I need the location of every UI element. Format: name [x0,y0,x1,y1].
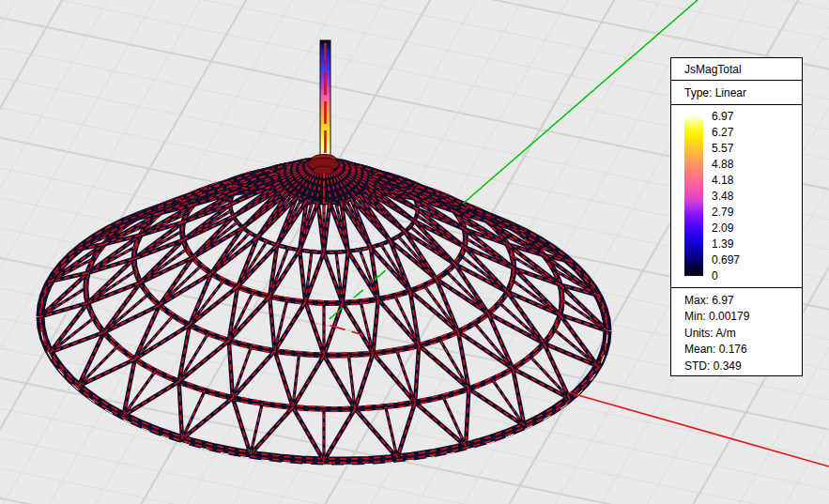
colorbar-tick: 4.18 [712,173,733,188]
colorbar-tick: 0 [712,268,718,283]
colorbar-tick: 1.39 [712,237,733,252]
legend-stat: STD: 0.349 [684,359,802,374]
legend-stats: Max: 6.97Min: 0.00179Units: A/mMean: 0.1… [671,288,802,374]
colorbar-tick: 4.88 [712,157,733,172]
colorbar-tick: 2.09 [712,221,733,236]
colorbar-tick: 2.79 [712,205,733,220]
3d-viewport[interactable]: JsMagTotal Type: Linear 6.976.275.574.88… [0,0,829,504]
legend-panel: JsMagTotal Type: Linear 6.976.275.574.88… [670,57,803,376]
legend-title: JsMagTotal [671,58,802,81]
legend-stat: Max: 6.97 [684,293,802,309]
legend-stat: Min: 0.00179 [684,309,802,325]
colorbar-tick: 3.48 [712,189,733,204]
legend-stat: Units: A/m [684,326,802,342]
colorbar-tick: 5.57 [712,141,733,156]
colorbar-tick: 0.697 [712,252,740,267]
colorbar-gradient [684,116,703,276]
colorbar-tick: 6.97 [712,109,733,124]
monopole-antenna [320,40,330,161]
legend-stat: Mean: 0.176 [684,342,802,358]
colorbar-tick: 6.27 [712,125,733,140]
colorbar-section: 6.976.275.574.884.183.482.792.091.390.69… [671,105,802,288]
legend-scale-type: Type: Linear [671,81,802,105]
